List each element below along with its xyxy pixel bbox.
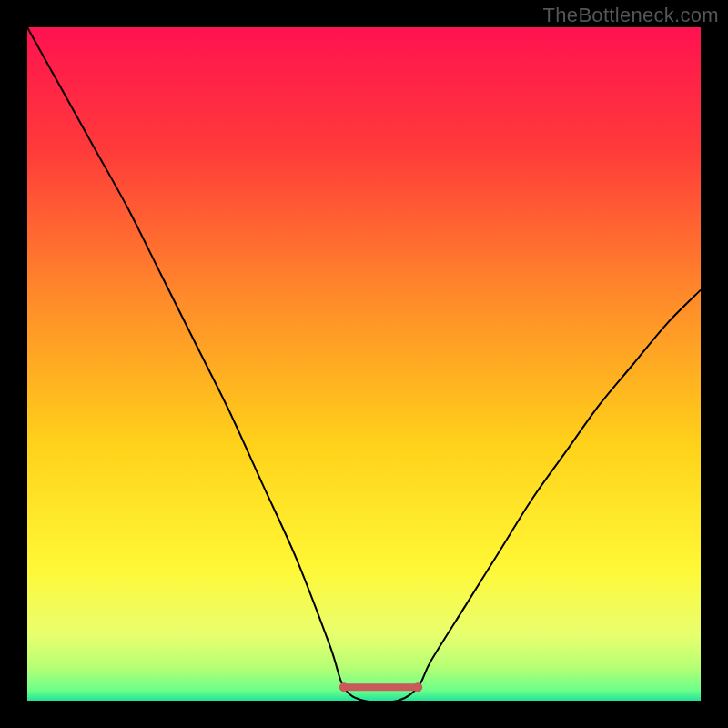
chart-frame: TheBottleneck.com	[0, 0, 728, 728]
flat-region-dot-left	[339, 682, 349, 692]
bottleneck-curve	[27, 27, 701, 701]
curve-path	[27, 27, 701, 703]
watermark-text: TheBottleneck.com	[543, 4, 719, 27]
plot-area	[27, 27, 701, 701]
flat-region-dot-right	[413, 682, 422, 692]
